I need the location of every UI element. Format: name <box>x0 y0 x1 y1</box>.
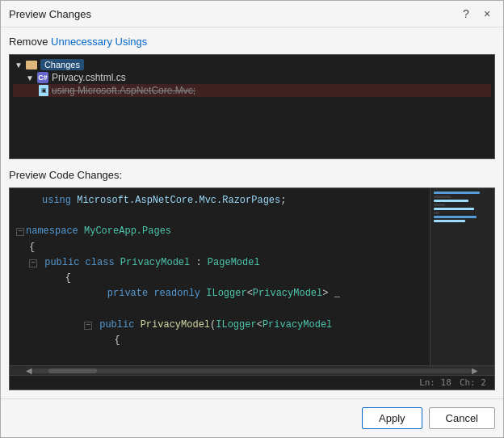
code-minimap <box>430 188 494 365</box>
code-line-brace2: { <box>16 271 423 286</box>
code-content-area: using Microsoft.AspNetCore.Mvc.RazorPage… <box>10 188 494 365</box>
minimap-line-8 <box>434 220 465 222</box>
section2-label: Preview Code Changes: <box>9 169 495 181</box>
minimap-line-6 <box>434 212 439 214</box>
minimap-line-2 <box>434 196 451 198</box>
section1-label: Remove Unnecessary Usings <box>9 36 495 48</box>
folder-icon <box>26 61 37 69</box>
collapse-namespace[interactable]: − <box>16 228 24 236</box>
tree-using-text: using Microsoft.AspNetCore.Mvc; <box>52 85 195 96</box>
scroll-left-arrow[interactable]: ◀ <box>26 366 32 375</box>
minimap-content <box>434 192 491 224</box>
code-line-1: using Microsoft.AspNetCore.Mvc.RazorPage… <box>16 193 423 208</box>
tree-root-arrow: ▼ <box>15 61 23 69</box>
cancel-button[interactable]: Cancel <box>429 407 495 429</box>
file-icon: ▣ <box>39 85 48 96</box>
char-number: Ch: 2 <box>460 377 486 388</box>
code-scrollbar-track[interactable] <box>32 369 472 373</box>
tree-file-arrow: ▼ <box>26 74 34 82</box>
help-button[interactable]: ? <box>458 6 474 22</box>
section1-highlight: Unnecessary Usings <box>51 36 147 48</box>
code-line-namespace: −namespace MyCoreApp.Pages <box>16 224 423 239</box>
preview-changes-dialog: Preview Changes ? × Remove Unnecessary U… <box>0 0 504 438</box>
code-scrollbar-h[interactable]: ◀ ▶ <box>10 365 494 375</box>
dialog-footer: Apply Cancel <box>1 398 503 437</box>
title-bar: Preview Changes ? × <box>1 1 503 27</box>
code-main[interactable]: using Microsoft.AspNetCore.Mvc.RazorPage… <box>10 188 430 365</box>
code-scrollbar-thumb[interactable] <box>48 369 97 373</box>
tree-using-item: ▣ using Microsoft.AspNetCore.Mvc; <box>13 84 491 97</box>
minimap-line-7 <box>434 216 477 218</box>
dialog-title: Preview Changes <box>9 8 91 20</box>
line-number: Ln: 18 <box>419 377 452 388</box>
code-line-blank2 <box>16 301 423 317</box>
code-line-brace3: { <box>16 333 423 348</box>
minimap-line-5 <box>434 208 474 210</box>
code-panel[interactable]: using Microsoft.AspNetCore.Mvc.RazorPage… <box>9 187 495 390</box>
tree-file-name: Privacy.cshtml.cs <box>52 72 126 83</box>
code-line-field: private readonly ILogger<PrivacyModel> _ <box>16 286 423 301</box>
collapse-ctor[interactable]: − <box>84 322 92 330</box>
collapse-class[interactable]: − <box>29 259 37 267</box>
tree-root-item[interactable]: ▼ Changes <box>13 58 491 71</box>
code-status-bar: Ln: 18 Ch: 2 <box>10 375 494 390</box>
scroll-right-arrow[interactable]: ▶ <box>472 366 478 375</box>
minimap-line-4 <box>434 204 445 206</box>
dialog-body: Remove Unnecessary Usings ▼ Changes ▼ C#… <box>1 27 503 398</box>
tree-panel[interactable]: ▼ Changes ▼ C# Privacy.cshtml.cs ▣ using… <box>9 54 495 159</box>
code-line-class: − public class PrivacyModel : PageModel <box>16 255 423 271</box>
close-button[interactable]: × <box>479 6 495 22</box>
code-line-brace1: { <box>16 240 423 255</box>
changes-badge: Changes <box>40 59 84 70</box>
tree-file-item[interactable]: ▼ C# Privacy.cshtml.cs <box>13 71 491 84</box>
code-line-blank1 <box>16 208 423 224</box>
minimap-line-1 <box>434 192 480 194</box>
title-bar-controls: ? × <box>458 6 495 22</box>
code-line-ctor: − public PrivacyModel(ILogger<PrivacyMod… <box>16 318 423 333</box>
apply-button[interactable]: Apply <box>362 407 422 429</box>
section1-prefix: Remove <box>9 36 51 48</box>
cs-icon: C# <box>37 72 48 83</box>
minimap-line-3 <box>434 200 468 202</box>
